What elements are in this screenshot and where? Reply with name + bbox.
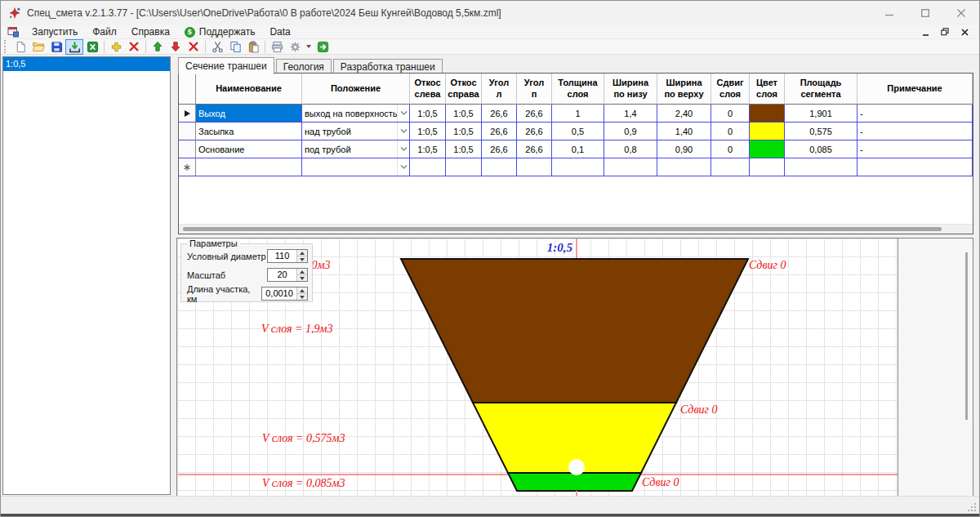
cell-width-bottom[interactable] [604,158,657,176]
col-header-angle-r[interactable]: Угол п [517,74,552,105]
cell-shift[interactable]: 0 [711,123,750,140]
col-header-position[interactable]: Положение [302,74,410,105]
settings-dropdown-icon[interactable] [306,45,311,48]
cut-button[interactable] [208,39,226,55]
cell-layer-color-swatch[interactable] [750,158,785,176]
cell-angle-r[interactable]: 26,6 [517,123,552,140]
combobox-dropdown-button[interactable] [397,123,409,140]
tab-geology[interactable]: Геология [276,59,332,74]
cell-position-combobox[interactable] [302,158,410,176]
menu-item-run[interactable]: Запустить [24,25,85,38]
menu-item-file[interactable]: Файл [85,25,124,38]
cell-area[interactable]: 0,575 [785,123,858,140]
excel-export-button[interactable] [83,39,101,55]
cell-note[interactable]: - [858,105,973,123]
move-down-button[interactable] [167,39,185,55]
cell-slope-left[interactable]: 1:0,5 [410,105,446,123]
cell-name[interactable] [196,158,302,176]
spin-down-icon[interactable] [297,293,307,300]
col-header-name[interactable]: Наименование [196,74,302,105]
col-header-slope-right[interactable]: Откос справа [446,74,482,105]
save-file-button[interactable] [47,39,65,55]
delete-button[interactable] [185,39,203,55]
col-header-color[interactable]: Цвет слоя [750,74,785,105]
print-button[interactable] [268,39,286,55]
cell-angle-l[interactable]: 26,6 [482,123,517,140]
cell-angle-r[interactable]: 26,6 [517,105,552,123]
cell-width-bottom[interactable]: 0,9 [604,123,657,140]
cell-slope-left[interactable]: 1:0,5 [410,123,446,140]
mdi-restore-button[interactable] [938,26,951,38]
current-row-indicator[interactable] [179,105,196,123]
close-button[interactable] [943,1,979,25]
copy-button[interactable] [226,39,244,55]
col-header-slope-left[interactable]: Откос слева [410,74,446,105]
cell-slope-left[interactable]: 1:0,5 [410,140,446,158]
combobox-dropdown-button[interactable] [397,140,409,158]
spin-up-icon[interactable] [297,269,307,274]
cell-width-top[interactable]: 0,90 [657,140,711,158]
add-row-button[interactable] [107,39,125,55]
scale-spinner[interactable]: 20 [267,268,308,282]
col-header-area[interactable]: Площадь сегмента [785,74,858,105]
spin-up-icon[interactable] [297,250,307,256]
col-header-shift[interactable]: Сдвиг слоя [711,74,750,105]
row-header-cell[interactable] [179,140,196,158]
run-button[interactable] [314,39,332,55]
spin-down-icon[interactable] [297,274,307,281]
spin-down-icon[interactable] [297,256,307,262]
cell-width-top[interactable] [657,158,711,176]
settings-button[interactable] [286,39,304,55]
cell-name[interactable]: Основание [196,140,302,158]
new-row-indicator[interactable] [179,158,196,176]
cell-slope-left[interactable] [410,158,446,176]
combobox-dropdown-button[interactable] [397,105,409,122]
menu-item-help[interactable]: Справка [124,25,177,38]
col-header-note[interactable]: Примечание [858,74,973,105]
maximize-button[interactable] [907,1,943,25]
open-file-button[interactable] [29,39,47,55]
sidebar-item-section[interactable]: 1:0,5 [3,57,170,71]
cell-shift[interactable]: 0 [711,105,750,123]
cell-area[interactable]: 1,901 [785,105,858,123]
menu-item-data[interactable]: Data [262,25,297,38]
tab-trench-section[interactable]: Сечение траншеи [178,57,274,74]
paste-button[interactable] [244,39,262,55]
cell-slope-right[interactable]: 1:0,5 [446,140,482,158]
cell-shift[interactable] [711,158,750,176]
cell-area[interactable]: 0,085 [785,140,858,158]
cell-area[interactable] [785,158,858,176]
cell-layer-color-swatch[interactable] [750,123,785,140]
cell-thickness[interactable]: 0,5 [552,123,604,140]
cell-width-top[interactable]: 2,40 [657,105,711,123]
cell-slope-right[interactable] [446,158,482,176]
cell-position-combobox[interactable]: над трубой [302,123,410,140]
drawing-vertical-scrollbar[interactable] [965,252,968,420]
cell-thickness[interactable] [552,158,604,176]
cell-thickness[interactable]: 1 [552,105,604,123]
minimize-button[interactable] [871,1,907,25]
spin-up-icon[interactable] [297,287,307,293]
cell-layer-color-swatch[interactable] [750,105,785,123]
cell-width-bottom[interactable]: 0,8 [604,140,657,158]
col-header-angle-l[interactable]: Угол л [482,74,517,105]
import-section-button[interactable] [65,39,83,55]
cell-angle-l[interactable] [482,158,517,176]
section-length-spinner[interactable]: 0,0010 [261,287,308,301]
cell-slope-right[interactable]: 1:0,5 [446,123,482,140]
cell-shift[interactable]: 0 [711,140,750,158]
delete-row-button[interactable] [125,39,143,55]
cell-name[interactable]: Засыпка [196,123,302,140]
cell-name[interactable]: Выход [196,105,302,123]
toolbar-grip[interactable] [4,40,8,53]
cell-thickness[interactable]: 0,1 [552,140,604,158]
col-header-width-bottom[interactable]: Ширина по низу [604,74,657,105]
col-header-thickness[interactable]: Толщина слоя [552,74,604,105]
diameter-spinner[interactable]: 110 [267,249,308,263]
cell-slope-right[interactable]: 1:0,5 [446,105,482,123]
cell-note[interactable]: - [858,140,973,158]
col-header-width-top[interactable]: Ширина по верху [657,74,711,105]
row-header-cell[interactable] [179,123,196,140]
cell-position-combobox[interactable]: под трубой [302,140,410,158]
scrollbar-thumb[interactable] [183,227,942,231]
